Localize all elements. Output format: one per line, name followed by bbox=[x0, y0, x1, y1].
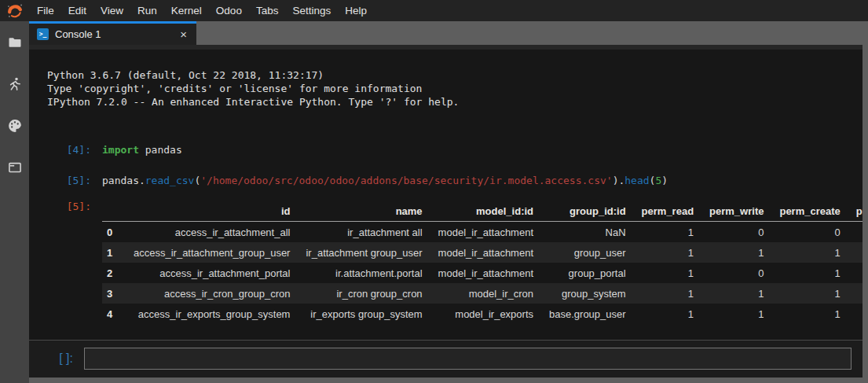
cell-group: NaN bbox=[533, 222, 626, 243]
cell-perm-read: 1 bbox=[626, 263, 694, 283]
menu-kernel[interactable]: Kernel bbox=[164, 5, 209, 17]
cell-perm-unlink: 0 bbox=[841, 263, 863, 283]
row-index: 0 bbox=[102, 222, 118, 243]
banner-line-2: Type 'copyright', 'credits' or 'license'… bbox=[47, 82, 863, 95]
cell-id: access_ir_exports_group_system bbox=[118, 304, 290, 324]
app-body: >_ Console 1 × Python 3.6.7 (default, Oc… bbox=[0, 21, 868, 383]
cell-name: ir_exports group_system bbox=[290, 304, 422, 324]
cell-perm-write: 1 bbox=[694, 242, 764, 263]
cell-id: access_ir_cron_group_cron bbox=[118, 283, 290, 304]
cell-perm-unlink: 1 bbox=[841, 283, 863, 304]
banner-line-1: Python 3.6.7 (default, Oct 22 2018, 11:3… bbox=[47, 68, 863, 82]
cell-perm-unlink: 1 bbox=[841, 304, 863, 324]
cell-perm-read: 1 bbox=[626, 304, 694, 324]
cell-perm-create: 0 bbox=[764, 222, 840, 243]
console-code-input[interactable] bbox=[84, 348, 852, 370]
cell-perm-create: 1 bbox=[764, 242, 840, 263]
cell-id: access_ir_attachment_all bbox=[118, 222, 290, 243]
cell-name: ir_attachment all bbox=[290, 222, 422, 243]
table-row: 3 access_ir_cron_group_cron ir_cron grou… bbox=[102, 283, 863, 304]
cell-perm-unlink: 0 bbox=[841, 222, 863, 243]
col-perm-read: perm_read bbox=[626, 201, 694, 222]
dock-panel: >_ Console 1 × Python 3.6.7 (default, Oc… bbox=[29, 21, 868, 383]
cell-group: group_user bbox=[533, 242, 626, 263]
input-prompt-4: [4]: bbox=[47, 143, 102, 157]
cell-perm-unlink: 1 bbox=[841, 242, 863, 263]
menu-edit[interactable]: Edit bbox=[61, 5, 93, 17]
cell-perm-create: 1 bbox=[764, 304, 840, 324]
menu-settings[interactable]: Settings bbox=[285, 5, 338, 17]
menu-file[interactable]: File bbox=[30, 5, 61, 17]
col-name: name bbox=[290, 201, 422, 222]
col-perm-write: perm_write bbox=[694, 201, 764, 222]
table-row: 4 access_ir_exports_group_system ir_expo… bbox=[102, 304, 863, 324]
odoo-logo bbox=[0, 2, 30, 20]
cell-group: group_portal bbox=[533, 263, 626, 283]
cell-group: group_system bbox=[533, 283, 626, 304]
row-index: 3 bbox=[102, 283, 118, 304]
col-perm-unlink: perm_unlink bbox=[841, 201, 863, 222]
cell-perm-write: 1 bbox=[694, 283, 764, 304]
output-prompt-5: [5]: bbox=[47, 200, 102, 213]
table-row: 0 access_ir_attachment_all ir_attachment… bbox=[102, 222, 863, 243]
cell-model: model_ir_attachment bbox=[423, 263, 533, 283]
banner-line-3: IPython 7.2.0 -- An enhanced Interactive… bbox=[47, 95, 863, 109]
menu-bar: File Edit View Run Kernel Odoo Tabs Sett… bbox=[0, 0, 868, 21]
col-perm-create: perm_create bbox=[764, 201, 840, 222]
running-sessions-icon[interactable] bbox=[6, 75, 24, 93]
input-prompt-5: [5]: bbox=[47, 174, 102, 187]
code-token: pandas. bbox=[102, 175, 145, 186]
menu-tabs[interactable]: Tabs bbox=[249, 5, 286, 17]
code-token: ) bbox=[661, 175, 668, 186]
file-browser-icon[interactable] bbox=[6, 34, 24, 51]
tab-label: Console 1 bbox=[55, 28, 101, 40]
tab-console-1[interactable]: >_ Console 1 × bbox=[29, 21, 196, 45]
row-index: 4 bbox=[102, 304, 118, 324]
open-tabs-icon[interactable] bbox=[6, 159, 24, 176]
col-group-id: group_id:id bbox=[533, 201, 626, 222]
cell-perm-create: 1 bbox=[764, 263, 840, 283]
menu-odoo[interactable]: Odoo bbox=[209, 5, 249, 17]
code-token: pandas bbox=[139, 144, 182, 156]
row-index: 1 bbox=[102, 242, 118, 263]
cell-model: model_ir_exports bbox=[423, 304, 533, 324]
cell-name: ir_attachment group_user bbox=[290, 242, 422, 263]
tab-bar: >_ Console 1 × bbox=[29, 21, 868, 45]
menu-view[interactable]: View bbox=[93, 5, 130, 17]
odoo-logo-icon bbox=[6, 2, 24, 20]
cell-id: access_ir_attachment_portal bbox=[118, 263, 290, 283]
corner-cell bbox=[102, 201, 118, 222]
table-header-row: id name model_id:id group_id:id perm_rea… bbox=[102, 201, 863, 222]
col-model-id: model_id:id bbox=[423, 201, 533, 222]
code-cell-4: [4]: import pandas bbox=[47, 143, 863, 157]
code-cell-5: [5]: pandas.read_csv('/home/odoo/src/odo… bbox=[47, 174, 863, 187]
console-history: Python 3.6.7 (default, Oct 22 2018, 11:3… bbox=[29, 50, 863, 340]
table-row: 1 access_ir_attachment_group_user ir_att… bbox=[102, 242, 863, 263]
cell-perm-read: 1 bbox=[626, 283, 694, 304]
col-id: id bbox=[118, 201, 290, 222]
menu-run[interactable]: Run bbox=[130, 5, 164, 17]
dataframe-table: id name model_id:id group_id:id perm_rea… bbox=[102, 201, 863, 324]
code-token: import bbox=[102, 144, 139, 156]
cell-model: model_ir_attachment bbox=[423, 222, 533, 243]
console-input-area: [ ]: bbox=[29, 340, 863, 377]
code-line-5: pandas.read_csv('/home/odoo/src/odoo/odo… bbox=[102, 174, 668, 187]
activity-sidebar bbox=[0, 21, 29, 383]
cell-perm-write: 1 bbox=[694, 304, 764, 324]
cell-name: ir.attachment.portal bbox=[290, 263, 422, 283]
dataframe-header: id name model_id:id group_id:id perm_rea… bbox=[102, 201, 863, 222]
tab-close-icon[interactable]: × bbox=[178, 28, 189, 41]
cell-model: model_ir_cron bbox=[423, 283, 533, 304]
cell-perm-create: 1 bbox=[764, 283, 840, 304]
empty-input-prompt: [ ]: bbox=[29, 348, 84, 370]
code-token: read_csv bbox=[145, 175, 195, 186]
cell-perm-write: 0 bbox=[694, 222, 764, 243]
command-palette-icon[interactable] bbox=[6, 117, 24, 134]
console-icon: >_ bbox=[37, 28, 49, 40]
menu-help[interactable]: Help bbox=[338, 5, 374, 17]
ipython-banner: Python 3.6.7 (default, Oct 22 2018, 11:3… bbox=[47, 68, 863, 109]
code-token: ). bbox=[613, 175, 625, 186]
cell-id: access_ir_attachment_group_user bbox=[118, 242, 290, 263]
table-row: 2 access_ir_attachment_portal ir.attachm… bbox=[102, 263, 863, 283]
cell-perm-write: 0 bbox=[694, 263, 764, 283]
